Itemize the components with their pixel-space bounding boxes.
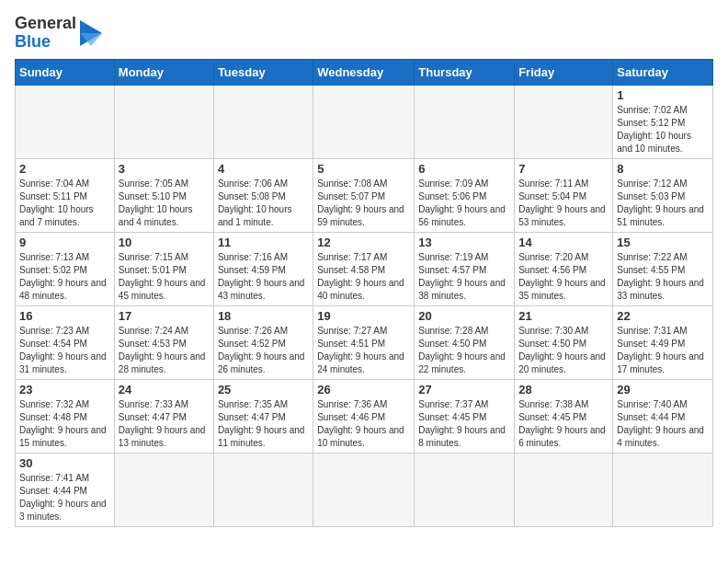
calendar-row-1: 2Sunrise: 7:04 AM Sunset: 5:11 PM Daylig… xyxy=(16,158,713,232)
calendar-cell: 9Sunrise: 7:13 AM Sunset: 5:02 PM Daylig… xyxy=(16,232,115,305)
calendar-cell: 20Sunrise: 7:28 AM Sunset: 4:50 PM Dayli… xyxy=(415,305,515,379)
day-number: 18 xyxy=(218,309,309,323)
column-header-sunday: Sunday xyxy=(16,59,115,85)
day-info: Sunrise: 7:40 AM Sunset: 4:44 PM Dayligh… xyxy=(617,398,709,450)
day-number: 10 xyxy=(119,236,210,249)
day-info: Sunrise: 7:35 AM Sunset: 4:47 PM Dayligh… xyxy=(218,398,309,450)
day-number: 16 xyxy=(19,309,110,323)
calendar-cell: 4Sunrise: 7:06 AM Sunset: 5:08 PM Daylig… xyxy=(213,158,313,232)
day-number: 9 xyxy=(19,236,110,249)
calendar-row-5: 30Sunrise: 7:41 AM Sunset: 4:44 PM Dayli… xyxy=(16,453,713,526)
calendar-cell: 5Sunrise: 7:08 AM Sunset: 5:07 PM Daylig… xyxy=(313,158,415,232)
day-info: Sunrise: 7:08 AM Sunset: 5:07 PM Dayligh… xyxy=(317,178,410,229)
day-info: Sunrise: 7:41 AM Sunset: 4:44 PM Dayligh… xyxy=(19,472,110,523)
day-number: 5 xyxy=(317,162,410,176)
calendar-cell xyxy=(415,453,515,526)
calendar-cell: 12Sunrise: 7:17 AM Sunset: 4:58 PM Dayli… xyxy=(313,232,415,305)
calendar-cell: 6Sunrise: 7:09 AM Sunset: 5:06 PM Daylig… xyxy=(415,158,515,232)
calendar-row-3: 16Sunrise: 7:23 AM Sunset: 4:54 PM Dayli… xyxy=(16,305,713,379)
logo: General Blue xyxy=(15,15,108,52)
calendar-cell xyxy=(415,85,515,158)
day-number: 27 xyxy=(418,383,510,396)
logo-triangle-icon xyxy=(80,17,108,50)
day-info: Sunrise: 7:05 AM Sunset: 5:10 PM Dayligh… xyxy=(119,178,210,229)
calendar-header-row: SundayMondayTuesdayWednesdayThursdayFrid… xyxy=(16,59,713,85)
day-info: Sunrise: 7:11 AM Sunset: 5:04 PM Dayligh… xyxy=(518,178,609,229)
day-info: Sunrise: 7:32 AM Sunset: 4:48 PM Dayligh… xyxy=(19,398,110,450)
calendar-cell xyxy=(313,453,415,526)
day-number: 29 xyxy=(617,383,709,396)
day-info: Sunrise: 7:23 AM Sunset: 4:54 PM Dayligh… xyxy=(19,325,110,376)
day-number: 26 xyxy=(317,383,410,396)
calendar-cell xyxy=(515,85,613,158)
day-info: Sunrise: 7:24 AM Sunset: 4:53 PM Dayligh… xyxy=(119,325,210,376)
calendar-cell: 7Sunrise: 7:11 AM Sunset: 5:04 PM Daylig… xyxy=(515,158,613,232)
logo-general: General xyxy=(15,14,76,32)
day-number: 17 xyxy=(119,309,210,323)
day-number: 21 xyxy=(518,309,609,323)
calendar-cell: 29Sunrise: 7:40 AM Sunset: 4:44 PM Dayli… xyxy=(613,379,713,453)
day-info: Sunrise: 7:19 AM Sunset: 4:57 PM Dayligh… xyxy=(418,251,510,303)
column-header-wednesday: Wednesday xyxy=(313,59,415,85)
day-info: Sunrise: 7:31 AM Sunset: 4:49 PM Dayligh… xyxy=(617,325,709,376)
day-info: Sunrise: 7:17 AM Sunset: 4:58 PM Dayligh… xyxy=(317,251,410,303)
page-header: General Blue xyxy=(15,15,713,52)
column-header-saturday: Saturday xyxy=(613,59,713,85)
day-info: Sunrise: 7:38 AM Sunset: 4:45 PM Dayligh… xyxy=(518,398,609,450)
calendar-cell: 22Sunrise: 7:31 AM Sunset: 4:49 PM Dayli… xyxy=(613,305,713,379)
calendar-cell: 3Sunrise: 7:05 AM Sunset: 5:10 PM Daylig… xyxy=(114,158,213,232)
logo-wordmark: General Blue xyxy=(15,15,76,52)
day-number: 7 xyxy=(518,162,609,176)
calendar-cell: 30Sunrise: 7:41 AM Sunset: 4:44 PM Dayli… xyxy=(16,453,115,526)
day-number: 25 xyxy=(218,383,309,396)
column-header-thursday: Thursday xyxy=(415,59,515,85)
day-info: Sunrise: 7:06 AM Sunset: 5:08 PM Dayligh… xyxy=(218,178,309,229)
calendar-cell: 1Sunrise: 7:02 AM Sunset: 5:12 PM Daylig… xyxy=(613,85,713,158)
day-info: Sunrise: 7:22 AM Sunset: 4:55 PM Dayligh… xyxy=(617,251,709,303)
day-number: 19 xyxy=(317,309,410,323)
calendar-cell: 27Sunrise: 7:37 AM Sunset: 4:45 PM Dayli… xyxy=(415,379,515,453)
day-number: 24 xyxy=(119,383,210,396)
calendar-cell xyxy=(515,453,613,526)
day-info: Sunrise: 7:09 AM Sunset: 5:06 PM Dayligh… xyxy=(418,178,510,229)
calendar-cell: 23Sunrise: 7:32 AM Sunset: 4:48 PM Dayli… xyxy=(16,379,115,453)
day-number: 15 xyxy=(617,236,709,249)
day-number: 30 xyxy=(19,456,110,470)
calendar-cell: 11Sunrise: 7:16 AM Sunset: 4:59 PM Dayli… xyxy=(213,232,313,305)
calendar-cell: 25Sunrise: 7:35 AM Sunset: 4:47 PM Dayli… xyxy=(213,379,313,453)
day-number: 28 xyxy=(518,383,609,396)
calendar-cell: 13Sunrise: 7:19 AM Sunset: 4:57 PM Dayli… xyxy=(415,232,515,305)
calendar-cell: 21Sunrise: 7:30 AM Sunset: 4:50 PM Dayli… xyxy=(515,305,613,379)
column-header-monday: Monday xyxy=(114,59,213,85)
calendar-cell: 19Sunrise: 7:27 AM Sunset: 4:51 PM Dayli… xyxy=(313,305,415,379)
day-info: Sunrise: 7:16 AM Sunset: 4:59 PM Dayligh… xyxy=(218,251,309,303)
calendar-cell xyxy=(213,453,313,526)
day-number: 13 xyxy=(418,236,510,249)
day-info: Sunrise: 7:30 AM Sunset: 4:50 PM Dayligh… xyxy=(518,325,609,376)
day-info: Sunrise: 7:15 AM Sunset: 5:01 PM Dayligh… xyxy=(119,251,210,303)
column-header-tuesday: Tuesday xyxy=(213,59,313,85)
calendar-row-4: 23Sunrise: 7:32 AM Sunset: 4:48 PM Dayli… xyxy=(16,379,713,453)
day-info: Sunrise: 7:02 AM Sunset: 5:12 PM Dayligh… xyxy=(617,104,709,155)
day-info: Sunrise: 7:28 AM Sunset: 4:50 PM Dayligh… xyxy=(418,325,510,376)
day-number: 22 xyxy=(617,309,709,323)
calendar-cell: 17Sunrise: 7:24 AM Sunset: 4:53 PM Dayli… xyxy=(114,305,213,379)
calendar-cell xyxy=(16,85,115,158)
calendar-cell xyxy=(313,85,415,158)
calendar-cell: 8Sunrise: 7:12 AM Sunset: 5:03 PM Daylig… xyxy=(613,158,713,232)
day-number: 3 xyxy=(119,162,210,176)
calendar-table: SundayMondayTuesdayWednesdayThursdayFrid… xyxy=(15,59,713,527)
day-number: 14 xyxy=(518,236,609,249)
calendar-cell: 14Sunrise: 7:20 AM Sunset: 4:56 PM Dayli… xyxy=(515,232,613,305)
calendar-cell: 28Sunrise: 7:38 AM Sunset: 4:45 PM Dayli… xyxy=(515,379,613,453)
day-number: 2 xyxy=(19,162,110,176)
day-info: Sunrise: 7:37 AM Sunset: 4:45 PM Dayligh… xyxy=(418,398,510,450)
calendar-cell xyxy=(114,85,213,158)
day-number: 4 xyxy=(218,162,309,176)
day-number: 11 xyxy=(218,236,309,249)
day-number: 1 xyxy=(617,88,709,102)
day-info: Sunrise: 7:27 AM Sunset: 4:51 PM Dayligh… xyxy=(317,325,410,376)
calendar-cell: 10Sunrise: 7:15 AM Sunset: 5:01 PM Dayli… xyxy=(114,232,213,305)
day-number: 23 xyxy=(19,383,110,396)
calendar-cell: 2Sunrise: 7:04 AM Sunset: 5:11 PM Daylig… xyxy=(16,158,115,232)
